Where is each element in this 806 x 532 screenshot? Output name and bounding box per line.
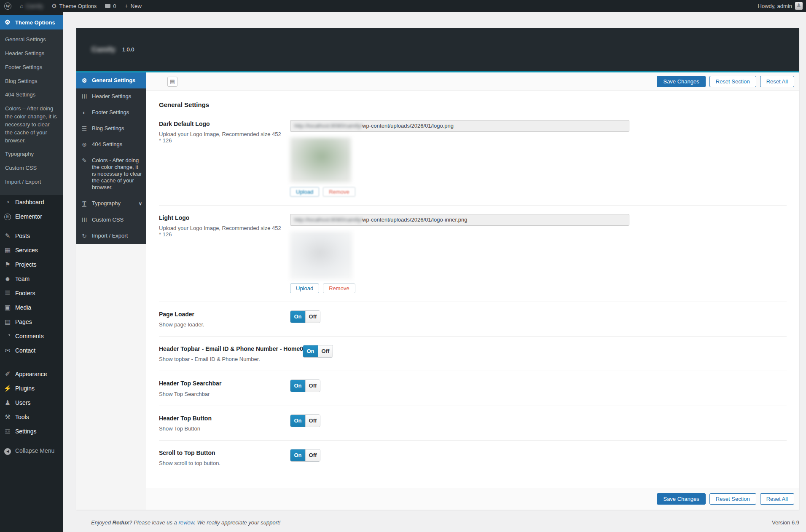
reset-all-button[interactable]: Reset All xyxy=(760,493,794,505)
remove-button[interactable]: Remove xyxy=(323,283,355,293)
tab-header-settings[interactable]: ☰ Header Settings xyxy=(76,88,146,104)
options-object-button[interactable]: ▤ xyxy=(167,77,177,87)
sidebar-item-elementor[interactable]: E Elementor xyxy=(0,209,63,224)
toggle-off[interactable]: Off xyxy=(305,415,320,427)
site-name-menu[interactable]: ⌂ Camify xyxy=(16,0,47,12)
toggle-on[interactable]: On xyxy=(290,311,305,323)
sidebar-item-projects[interactable]: ⚑ Projects xyxy=(0,257,63,272)
submenu-404-settings[interactable]: 404 Settings xyxy=(0,88,63,102)
on-off-toggle[interactable]: On Off xyxy=(290,449,320,462)
tab-label: Blog Settings xyxy=(92,125,124,132)
save-changes-button[interactable]: Save Changes xyxy=(657,493,705,505)
sidebar-item-services[interactable]: ▦ Services xyxy=(0,243,63,257)
sidebar-item-tools[interactable]: ⚒ Tools xyxy=(0,410,63,424)
comments-count: 0 xyxy=(113,3,116,9)
field-description: Upload your Logo Image, Recommended size… xyxy=(159,131,282,144)
submenu-custom-css[interactable]: Custom CSS xyxy=(0,161,63,175)
on-off-toggle[interactable]: On Off xyxy=(290,380,320,392)
wordpress-icon: W xyxy=(4,3,11,10)
toggle-on[interactable]: On xyxy=(290,380,305,392)
new-content-menu[interactable]: + New xyxy=(121,0,146,12)
reset-section-button[interactable]: Reset Section xyxy=(709,493,756,505)
sidebar-item-team[interactable]: ☻ Team xyxy=(0,272,63,286)
sidebar-item-label: Dashboard xyxy=(15,199,44,206)
settings-icon: ☲ xyxy=(0,428,15,435)
field-header-top-button: Header Top Button Show Top Button On Off xyxy=(159,406,787,441)
sidebar-item-contact[interactable]: ✉ Contact xyxy=(0,343,63,358)
remove-button[interactable]: Remove xyxy=(323,187,355,197)
sidebar-item-label: Media xyxy=(15,304,31,311)
on-off-toggle[interactable]: On Off xyxy=(290,414,320,427)
sidebar-item-theme-options[interactable]: ⚙ Theme Options xyxy=(0,15,63,29)
field-dark-default-logo: Dark Default Logo Upload your Logo Image… xyxy=(159,112,787,206)
on-off-toggle[interactable]: On Off xyxy=(290,310,320,323)
reset-section-button[interactable]: Reset Section xyxy=(709,76,756,87)
toggle-off[interactable]: Off xyxy=(305,311,320,323)
reset-all-button[interactable]: Reset All xyxy=(760,76,794,87)
upload-button[interactable]: Upload xyxy=(290,187,319,197)
submenu-footer-settings[interactable]: Footer Settings xyxy=(0,61,63,75)
tab-colors[interactable]: ✎ Colors - After doing the color change,… xyxy=(76,152,146,195)
sidebar-item-settings[interactable]: ☲ Settings xyxy=(0,424,63,438)
sidebar-item-plugins[interactable]: ⚡ Plugins xyxy=(0,381,63,396)
wordpress-menu[interactable]: W xyxy=(0,0,16,12)
submenu-import-export[interactable]: Import / Export xyxy=(0,175,63,189)
upload-button[interactable]: Upload xyxy=(290,283,319,293)
theme-options-adminbar-item[interactable]: ⚙ Theme Options xyxy=(47,0,101,12)
sidebar-item-posts[interactable]: ✎ Posts xyxy=(0,229,63,243)
sidebar-item-footers[interactable]: ☰ Footers xyxy=(0,286,63,300)
field-label: Page Loader xyxy=(159,310,282,318)
sidebar-item-comments[interactable]: Comments xyxy=(0,329,63,343)
media-icon: ▣ xyxy=(0,304,15,311)
url-blurred-segment: http://localhost:8080/camify/ xyxy=(294,217,362,223)
submenu-blog-settings[interactable]: Blog Settings xyxy=(0,75,63,88)
panel-toolbar: ▤ Save Changes Reset Section Reset All xyxy=(146,72,799,91)
logo-url-field[interactable]: http://localhost:8080/camify/wp-content/… xyxy=(290,214,629,226)
sidebar-item-label: Contact xyxy=(15,347,35,354)
tab-label: Typography xyxy=(92,200,121,207)
submenu-colors[interactable]: Colors – After doing the color change, i… xyxy=(0,102,63,147)
tab-label: General Settings xyxy=(92,77,135,84)
submenu-typography[interactable]: Typography xyxy=(0,147,63,161)
tab-footer-settings[interactable]: ◐ Footer Settings xyxy=(76,104,146,120)
sidebar-item-collapse-menu[interactable]: ◀ Collapse Menu xyxy=(0,444,63,458)
sidebar-item-label: Theme Options xyxy=(15,19,55,26)
theme-options-panel: Camify 1.0.0 ⚙ General Settings ☰ Header… xyxy=(76,28,799,510)
toggle-on[interactable]: On xyxy=(290,449,305,461)
pin-icon: ✎ xyxy=(0,232,15,240)
toggle-off[interactable]: Off xyxy=(305,380,320,392)
sync-icon: ↻ xyxy=(81,233,88,239)
howdy-admin[interactable]: Howdy, admin xyxy=(758,3,792,9)
brush-icon: ✐ xyxy=(0,370,15,378)
save-changes-button[interactable]: Save Changes xyxy=(657,76,705,87)
field-page-loader: Page Loader Show page loader. On Off xyxy=(159,302,787,337)
tab-typography[interactable]: T Typography ∨ xyxy=(76,195,146,212)
admin-sidebar: ⚙ Theme Options General Settings Header … xyxy=(0,12,63,532)
sidebar-item-dashboard[interactable]: ◔ Dashboard xyxy=(0,195,63,209)
sidebar-item-media[interactable]: ▣ Media xyxy=(0,300,63,315)
toggle-off[interactable]: Off xyxy=(318,345,333,357)
logo-url-field[interactable]: http://localhost:8080/camify/wp-content/… xyxy=(290,120,629,132)
sidebar-item-appearance[interactable]: ✐ Appearance xyxy=(0,367,63,381)
field-scroll-to-top: Scroll to Top Button Show scroll to top … xyxy=(159,441,787,475)
comments-adminbar-item[interactable]: 0 xyxy=(101,0,120,12)
grid-icon: ▦ xyxy=(0,246,15,254)
submenu-header-settings[interactable]: Header Settings xyxy=(0,47,63,61)
on-off-toggle[interactable]: On Off xyxy=(303,345,333,358)
sidebar-item-pages[interactable]: ▤ Pages xyxy=(0,315,63,329)
tab-blog-settings[interactable]: ☰ Blog Settings xyxy=(76,120,146,136)
sidebar-item-label: Elementor xyxy=(15,213,42,220)
main-content-area: Camify 1.0.0 ⚙ General Settings ☰ Header… xyxy=(63,12,806,532)
list-icon: ☰ xyxy=(81,125,88,132)
tab-import-export[interactable]: ↻ Import / Export xyxy=(76,228,146,244)
toggle-on[interactable]: On xyxy=(290,415,305,427)
submenu-general-settings[interactable]: General Settings xyxy=(0,33,63,47)
sidebar-item-users[interactable]: ♟ Users xyxy=(0,396,63,410)
review-link[interactable]: review xyxy=(178,519,194,526)
tab-404-settings[interactable]: ⊛ 404 Settings xyxy=(76,136,146,152)
tab-custom-css[interactable]: ☰ Custom CSS xyxy=(76,212,146,228)
toggle-on[interactable]: On xyxy=(303,345,318,357)
toggle-off[interactable]: Off xyxy=(305,449,320,461)
tab-general-settings[interactable]: ⚙ General Settings xyxy=(76,72,146,88)
avatar[interactable] xyxy=(795,2,803,10)
